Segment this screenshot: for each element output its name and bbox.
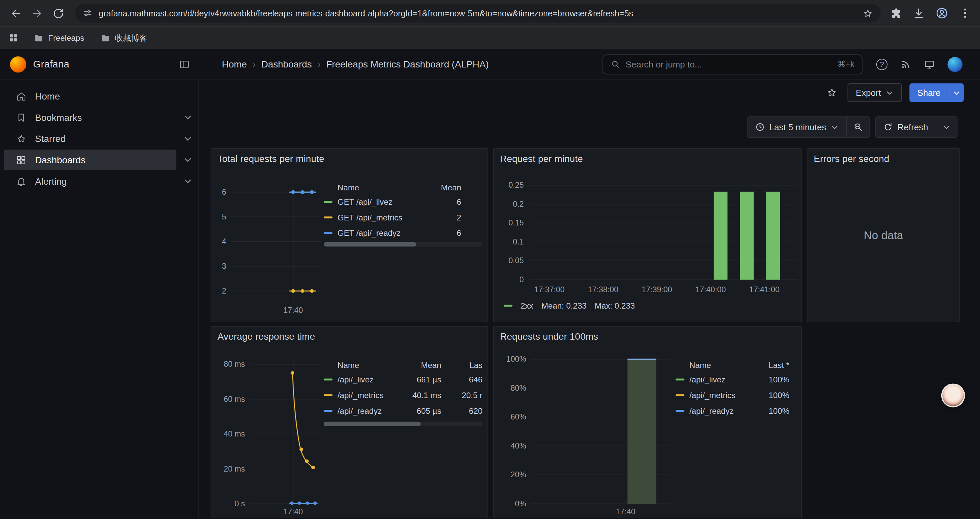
panel-legend[interactable]: 2xxMean: 0.233Max: 0.233	[504, 301, 635, 310]
sidebar-item-bookmarks[interactable]: Bookmarks	[4, 107, 176, 128]
series-value: 40.1 ms	[401, 390, 441, 400]
back-button[interactable]	[5, 2, 26, 24]
requests-under-100ms-chart: 100%80%60%40%20%0%17:40	[494, 327, 802, 518]
extensions-icon[interactable]	[889, 7, 902, 19]
export-button[interactable]: Export	[848, 83, 902, 102]
forward-button[interactable]	[26, 2, 48, 24]
downloads-icon[interactable]	[913, 7, 925, 19]
series-value: 100%	[749, 375, 789, 384]
series-value: 100%	[749, 406, 789, 415]
address-bar[interactable]: grafana.mathmast.com/d/deytv4rwavabkb/fr…	[75, 4, 881, 22]
sidebar-toggle-icon[interactable]	[176, 56, 192, 72]
grafana-app: Grafana Home›Dashboards›Freeleaps Metric…	[0, 49, 980, 519]
panel-title[interactable]: Average response time	[218, 331, 315, 342]
svg-text:5: 5	[222, 212, 226, 221]
series-color-dash	[324, 394, 332, 396]
svg-text:60 ms: 60 ms	[224, 395, 245, 404]
apps-grid-icon[interactable]	[8, 32, 19, 43]
floating-avatar[interactable]	[941, 384, 965, 407]
series-value: 6	[421, 228, 461, 238]
series-value: 100%	[749, 390, 789, 400]
sidebar-item-label: Alerting	[35, 176, 67, 187]
sidebar-item-dashboards[interactable]: Dashboards	[4, 150, 176, 170]
sidebar-item-starred[interactable]: Starred	[4, 128, 176, 149]
chevron-down-icon[interactable]	[183, 113, 192, 122]
news-rss-icon[interactable]	[900, 58, 911, 70]
svg-text:17:40: 17:40	[283, 507, 303, 516]
dashboard-canvas: Export Share Last 5 minutes	[199, 80, 980, 518]
legend-row[interactable]: /api/_readyz605 µs620	[324, 403, 483, 419]
legend-col-1[interactable]: Last *	[749, 360, 789, 369]
chevron-down-icon[interactable]	[183, 155, 192, 164]
search-input[interactable]: Search or jump to... ⌘+k	[602, 54, 862, 74]
chevron-down-icon[interactable]	[183, 134, 192, 143]
share-button[interactable]: Share	[909, 83, 949, 102]
legend-row[interactable]: GET /api/_livez6	[324, 194, 483, 210]
bookmark-item-1[interactable]: 收藏博客	[100, 32, 148, 43]
svg-text:40%: 40%	[511, 442, 527, 450]
panel-title[interactable]: Request per minute	[500, 153, 583, 164]
bookmark-star-icon[interactable]	[862, 8, 873, 18]
reload-button[interactable]	[48, 2, 69, 24]
legend-row[interactable]: /api/_readyz100%	[675, 403, 797, 419]
legend-col-name[interactable]: Name	[337, 182, 421, 192]
home-icon	[16, 91, 27, 102]
legend-row[interactable]: /api/_metrics40.1 ms20.5 r	[324, 387, 483, 403]
search-placeholder: Search or jump to...	[626, 59, 832, 69]
legend-col-2[interactable]: Las	[441, 360, 483, 369]
svg-text:0.05: 0.05	[509, 256, 524, 265]
user-avatar[interactable]	[948, 57, 963, 72]
breadcrumb-item-0[interactable]: Home	[222, 59, 247, 69]
legend-col-name[interactable]: Name	[337, 360, 401, 369]
svg-text:0.15: 0.15	[509, 219, 524, 227]
legend-row[interactable]: /api/_livez661 µs646	[324, 372, 483, 387]
chevron-down-icon[interactable]	[183, 176, 192, 186]
chevron-down-icon	[830, 123, 838, 131]
grafana-logo[interactable]	[10, 56, 26, 72]
svg-text:4: 4	[222, 237, 226, 246]
star-icon	[16, 133, 27, 144]
legend-row[interactable]: GET /api/_metrics2	[324, 210, 483, 225]
svg-text:17:38:00: 17:38:00	[588, 285, 619, 294]
legend-row[interactable]: /api/_metrics100%	[675, 387, 797, 403]
help-icon[interactable]: ?	[876, 58, 888, 70]
zoom-out-icon[interactable]	[846, 117, 869, 137]
breadcrumb-item-1[interactable]: Dashboards	[261, 59, 312, 69]
legend-scrollbar[interactable]	[324, 422, 483, 426]
series-name: /api/_livez	[689, 375, 749, 384]
series-color-dash	[324, 232, 332, 234]
legend-row[interactable]: GET /api/_readyz6	[324, 225, 483, 241]
svg-text:60%: 60%	[511, 412, 527, 421]
series-name: /api/_readyz	[689, 406, 749, 415]
profile-avatar[interactable]	[935, 7, 948, 19]
browser-menu-icon[interactable]	[959, 7, 971, 19]
svg-text:40 ms: 40 ms	[224, 430, 245, 438]
url-text[interactable]: grafana.mathmast.com/d/deytv4rwavabkb/fr…	[99, 8, 856, 18]
legend-scrollbar[interactable]	[324, 242, 483, 246]
dashboard-toolbar: Export Share	[824, 83, 964, 102]
refresh-interval-caret[interactable]	[935, 117, 957, 137]
svg-text:20 ms: 20 ms	[224, 465, 245, 473]
bookmark-item-0[interactable]: Freeleaps	[34, 33, 84, 43]
browser-toolbar: grafana.mathmast.com/d/deytv4rwavabkb/fr…	[0, 0, 980, 26]
folder-icon	[100, 33, 110, 43]
nav-sidebar: HomeBookmarksStarredDashboardsAlerting	[0, 80, 199, 518]
sidebar-item-alerting[interactable]: Alerting	[4, 171, 176, 192]
share-menu-caret[interactable]	[949, 83, 964, 102]
panel-title[interactable]: Requests under 100ms	[500, 331, 598, 342]
panel-title[interactable]: Total requests per minute	[218, 153, 324, 164]
request-per-minute-chart: 0.250.20.150.10.05017:37:0017:38:0017:39…	[494, 149, 802, 322]
refresh-button[interactable]: Refresh	[876, 117, 935, 137]
site-info-icon[interactable]	[83, 8, 92, 18]
sidebar-item-label: Bookmarks	[35, 112, 82, 123]
legend-col-1[interactable]: Mean	[401, 360, 441, 369]
favorite-star-icon[interactable]	[824, 85, 840, 101]
legend-col-name[interactable]: Name	[689, 360, 749, 369]
sidebar-item-home[interactable]: Home	[4, 86, 176, 107]
monitor-icon[interactable]	[924, 58, 935, 70]
svg-text:17:40: 17:40	[283, 306, 303, 315]
legend-row[interactable]: /api/_livez100%	[675, 372, 797, 387]
legend-col-1[interactable]: Mean	[421, 182, 461, 192]
time-range-picker[interactable]: Last 5 minutes	[748, 117, 846, 137]
svg-text:0%: 0%	[515, 499, 527, 508]
